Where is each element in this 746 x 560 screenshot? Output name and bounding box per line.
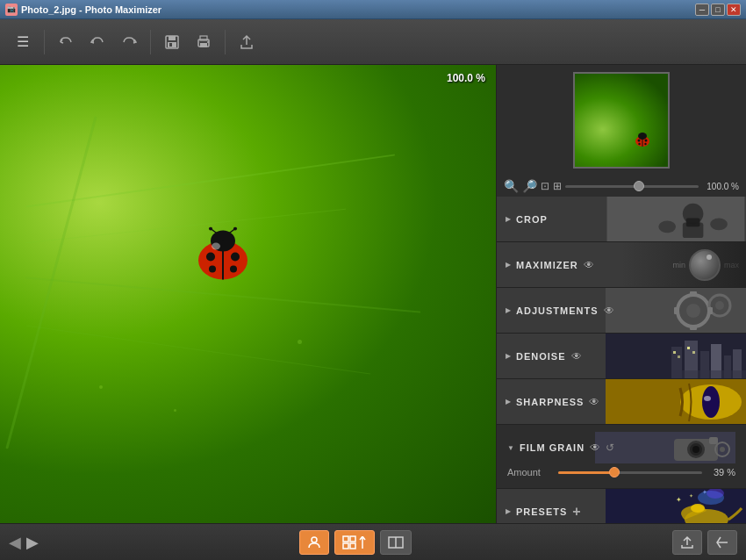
grid-view-button[interactable] (334, 530, 375, 555)
photo-view (0, 65, 496, 523)
section-presets[interactable]: ✦ ✦ ✦ ▶ PRESETS + (497, 489, 746, 523)
svg-point-26 (644, 143, 646, 145)
split-view-button[interactable] (380, 530, 412, 555)
adjustments-arrow: ▶ (506, 306, 511, 314)
svg-point-23 (638, 140, 641, 142)
svg-rect-3 (169, 43, 172, 47)
maximizer-knob[interactable] (689, 249, 721, 281)
amount-slider-fill (558, 471, 614, 474)
svg-point-62 (692, 446, 699, 453)
sharpness-label: SHARPNESS (516, 397, 584, 407)
amount-value: 39 % (709, 467, 735, 477)
maximizer-eye-icon[interactable]: 👁 (584, 259, 594, 271)
svg-rect-63 (709, 437, 718, 444)
minimize-button[interactable]: ─ (695, 4, 709, 16)
section-crop[interactable]: ▶ CROP (497, 197, 746, 242)
svg-rect-1 (169, 36, 176, 40)
svg-rect-77 (343, 543, 348, 549)
export-button[interactable] (233, 28, 261, 56)
toolbar-separator-3 (225, 30, 226, 54)
bottom-right (672, 530, 737, 555)
amount-slider[interactable] (558, 471, 702, 474)
zoom-label: 100.0 % (447, 72, 485, 84)
section-adjustments[interactable]: ▶ ADJUSTMENTS 👁 (497, 288, 746, 334)
svg-rect-78 (350, 543, 355, 549)
title-bar: 📷 Photo_2.jpg - Photo Maximizer ─ □ ✕ (0, 0, 746, 19)
section-maximizer[interactable]: ▶ MAXIMIZER 👁 min max (497, 242, 746, 288)
maximizer-label: MAXIMIZER (516, 260, 578, 270)
presets-plus-icon[interactable]: + (572, 504, 580, 520)
section-sharpness[interactable]: ▶ SHARPNESS 👁 (497, 379, 746, 425)
svg-point-7 (207, 41, 209, 43)
maximize-button[interactable]: □ (711, 4, 725, 16)
section-denoise[interactable]: ▶ DENOISE 👁 (497, 334, 746, 379)
svg-point-24 (645, 140, 648, 142)
menu-button[interactable]: ☰ (9, 28, 37, 56)
amount-label: Amount (507, 467, 551, 477)
image-canvas[interactable]: 100.0 % (0, 65, 496, 523)
svg-point-12 (231, 253, 240, 262)
crop-arrow: ▶ (506, 215, 511, 223)
zoom-slider[interactable] (565, 185, 699, 188)
film-grain-eye-icon[interactable]: 👁 (590, 442, 600, 454)
zoom-controls-strip: 🔍 🔎 ⊡ ⊞ 100.0 % (497, 176, 746, 197)
svg-point-65 (720, 447, 725, 452)
person-view-button[interactable] (299, 530, 329, 555)
zoom-out-icon[interactable]: 🔍 (504, 179, 519, 193)
zoom-value: 100.0 % (702, 182, 739, 191)
toolbar-separator-2 (150, 30, 151, 54)
svg-rect-6 (200, 43, 207, 47)
svg-rect-38 (690, 291, 697, 297)
svg-rect-53 (671, 370, 746, 378)
save-button[interactable] (158, 28, 186, 56)
window-controls[interactable]: ─ □ ✕ (695, 4, 741, 16)
crop-label: CROP (516, 214, 548, 225)
exit-button[interactable] (707, 530, 737, 555)
undo2-button[interactable] (83, 28, 111, 56)
svg-rect-76 (350, 536, 355, 542)
maximizer-arrow: ▶ (506, 261, 511, 269)
thumbnail (573, 72, 670, 169)
amount-slider-thumb[interactable] (609, 467, 620, 477)
title-bar-left: 📷 Photo_2.jpg - Photo Maximizer (5, 4, 161, 16)
window-title: Photo_2.jpg - Photo Maximizer (21, 4, 161, 15)
section-label-adjustments: ▶ ADJUSTMENTS 👁 (497, 305, 746, 317)
zoom-in-icon[interactable]: 🔎 (522, 179, 537, 193)
svg-text:✦: ✦ (689, 493, 693, 499)
panel-sections: ▶ CROP ▶ MAXIMIZER 👁 min max (497, 197, 746, 523)
adjustments-label: ADJUSTMENTS (516, 305, 599, 316)
redo-button[interactable] (115, 28, 143, 56)
fit-icon[interactable]: ⊡ (541, 180, 549, 192)
print-button[interactable] (190, 28, 218, 56)
denoise-label: DENOISE (516, 351, 566, 362)
next-arrow[interactable]: ▶ (26, 533, 39, 552)
adjustments-eye-icon[interactable]: 👁 (604, 305, 614, 317)
film-grain-arrow: ▼ (507, 444, 514, 452)
section-label-crop: ▶ CROP (497, 214, 746, 225)
bottom-left: ◀ ▶ (9, 533, 39, 552)
svg-point-25 (638, 143, 640, 145)
section-label-denoise: ▶ DENOISE 👁 (497, 350, 746, 363)
prev-arrow[interactable]: ◀ (9, 533, 21, 552)
toolbar: ☰ (0, 19, 746, 65)
app-icon: 📷 (5, 4, 18, 16)
actual-size-icon[interactable]: ⊞ (553, 180, 562, 192)
upload-button[interactable] (672, 530, 702, 555)
svg-text:✦: ✦ (702, 489, 707, 495)
undo-button[interactable] (52, 28, 80, 56)
svg-point-15 (212, 243, 220, 250)
svg-point-14 (230, 266, 237, 273)
close-button[interactable]: ✕ (727, 4, 741, 16)
svg-rect-75 (343, 536, 348, 542)
presets-label: PRESETS (516, 506, 567, 517)
sharpness-eye-icon[interactable]: 👁 (589, 396, 599, 408)
svg-point-19 (233, 227, 237, 231)
svg-point-18 (209, 227, 212, 231)
denoise-eye-icon[interactable]: 👁 (571, 350, 582, 363)
film-grain-reset-icon[interactable]: ↺ (606, 442, 614, 454)
amount-row: Amount 39 % (507, 463, 735, 481)
film-grain-section: ▼ FILM GRAIN 👁 ↺ Amount 39 % (497, 425, 746, 489)
zoom-slider-thumb[interactable] (634, 181, 644, 191)
bottom-center (299, 530, 412, 555)
film-grain-header[interactable]: ▼ FILM GRAIN 👁 ↺ (507, 432, 735, 463)
